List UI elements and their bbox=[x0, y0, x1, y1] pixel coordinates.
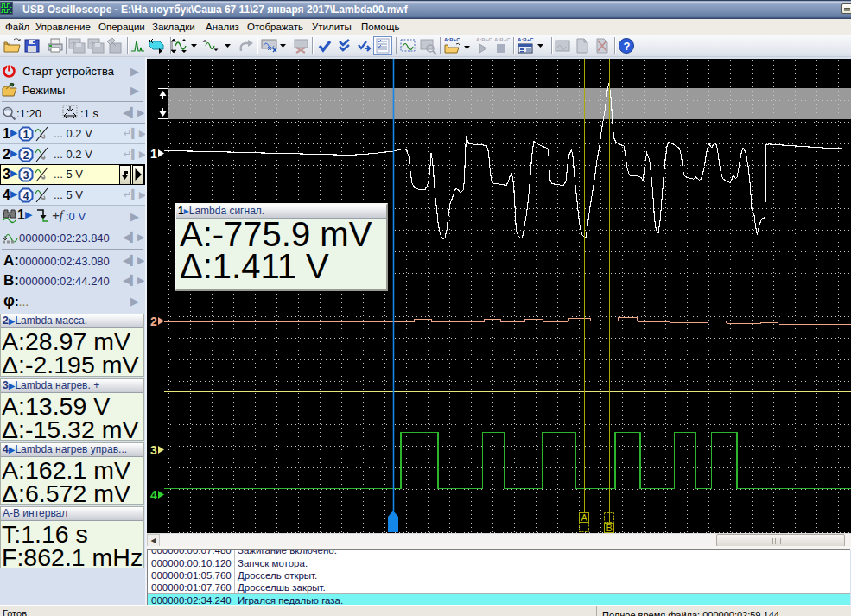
svg-text:4: 4 bbox=[150, 488, 157, 502]
svg-text:1: 1 bbox=[150, 147, 157, 161]
svg-text:B: B bbox=[606, 523, 613, 533]
svg-text:A:B+C: A:B+C bbox=[444, 37, 460, 42]
svg-text:3: 3 bbox=[150, 443, 157, 457]
svg-text:3: 3 bbox=[23, 169, 29, 181]
svg-text:A:B+C: A:B+C bbox=[476, 37, 492, 42]
svg-text:2: 2 bbox=[150, 314, 157, 328]
svg-text:4: 4 bbox=[23, 190, 29, 202]
svg-text:A:B+C: A:B+C bbox=[518, 37, 534, 42]
svg-text:A: A bbox=[581, 512, 588, 523]
svg-text:A:B+C: A:B+C bbox=[494, 37, 511, 42]
svg-text:?: ? bbox=[624, 40, 631, 53]
svg-text:2: 2 bbox=[23, 149, 29, 161]
svg-text:1: 1 bbox=[23, 129, 29, 141]
